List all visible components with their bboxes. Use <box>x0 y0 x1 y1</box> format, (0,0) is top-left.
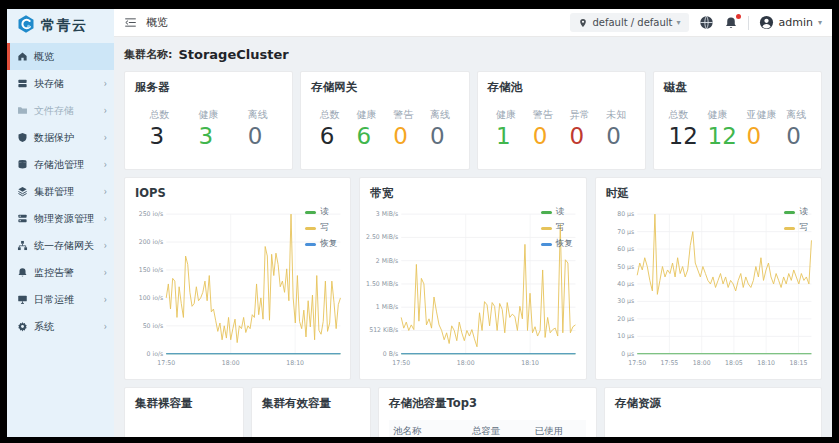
storage-resource-card: 存储资源 <box>604 387 822 437</box>
sidebar-nav: 概览块存储›文件存储›数据保护›存储池管理›集群管理›物理资源管理›统一存储网关… <box>7 43 114 437</box>
stat-value: 12 <box>669 123 698 149</box>
block-icon <box>17 78 28 89</box>
stat-离线: 离线0 <box>786 108 806 149</box>
legend-swatch <box>541 227 552 230</box>
svg-text:18:10: 18:10 <box>286 359 304 366</box>
stat-总数: 总数12 <box>669 108 698 149</box>
legend-item[interactable]: 读 <box>305 206 337 218</box>
stat-label: 亚健康 <box>746 108 776 122</box>
sidebar-item-9[interactable]: 日常运维› <box>7 286 114 313</box>
stat-总数: 总数3 <box>150 108 170 149</box>
stat-健康: 健康3 <box>199 108 219 149</box>
stat-label: 离线 <box>786 108 806 122</box>
stat-value: 0 <box>746 123 776 149</box>
server-icon <box>17 213 28 224</box>
stat-card-2: 存储池健康1警告0异常0未知0 <box>477 71 646 170</box>
stat-card-3: 磁盘总数12健康12亚健康0离线0 <box>653 71 822 170</box>
legend-item[interactable]: 写 <box>541 222 573 234</box>
stat-警告: 警告0 <box>533 108 553 149</box>
sidebar-item-6[interactable]: 物理资源管理› <box>7 205 114 232</box>
svg-text:50 io/s: 50 io/s <box>143 322 164 329</box>
legend-item[interactable]: 读 <box>541 206 573 218</box>
username: admin <box>779 16 813 29</box>
sidebar: 常青云 概览块存储›文件存储›数据保护›存储池管理›集群管理›物理资源管理›统一… <box>7 9 114 437</box>
stat-离线: 离线0 <box>248 108 268 149</box>
stat-cards-row: 服务器总数3健康3离线0存储网关总数6健康6警告0离线0存储池健康1警告0异常0… <box>124 71 822 170</box>
svg-text:0 io/s: 0 io/s <box>147 350 164 357</box>
svg-text:2.50 MiB/s: 2.50 MiB/s <box>366 233 398 240</box>
breadcrumb: 概览 <box>146 15 168 30</box>
stat-label: 总数 <box>669 108 698 122</box>
logo: 常青云 <box>7 9 114 43</box>
sidebar-item-4[interactable]: 存储池管理› <box>7 151 114 178</box>
sidebar-item-label: 概览 <box>34 50 54 64</box>
avatar <box>759 15 774 30</box>
legend-item[interactable]: 写 <box>784 222 808 234</box>
topbar-divider <box>748 16 749 30</box>
stat-value: 0 <box>570 123 590 149</box>
legend-swatch <box>541 243 552 246</box>
user-menu[interactable]: admin ▾ <box>759 15 822 30</box>
sidebar-item-7[interactable]: 统一存储网关› <box>7 232 114 259</box>
charts-row: IOPS读写恢复0 io/s50 io/s100 io/s150 io/s200… <box>124 177 822 380</box>
stat-card-title: 磁盘 <box>664 80 811 95</box>
sidebar-item-label: 集群管理 <box>34 185 74 199</box>
chevron-right-icon: › <box>104 105 107 117</box>
legend-item[interactable]: 恢复 <box>305 238 337 250</box>
stat-label: 健康 <box>496 108 516 122</box>
table-header-cell: 池名称 <box>389 420 468 437</box>
legend-swatch <box>784 211 795 214</box>
pool-capacity-table: 池名称总容量已使用StoragePool43.2 TiB3.20 TiB <box>389 420 586 437</box>
svg-text:17:55: 17:55 <box>660 359 678 366</box>
main-area: 概览 default / default ▾ <box>114 9 832 437</box>
svg-text:3 MiB/s: 3 MiB/s <box>376 210 398 217</box>
layers-icon <box>17 186 28 197</box>
svg-text:30 µs: 30 µs <box>617 297 634 305</box>
stat-card-title: 服务器 <box>135 80 282 95</box>
svg-text:17:50: 17:50 <box>393 359 411 366</box>
topbar-right: default / default ▾ admin ▾ <box>570 13 822 32</box>
stat-离线: 离线0 <box>430 108 450 149</box>
svg-text:40 µs: 40 µs <box>617 280 634 288</box>
sidebar-item-5[interactable]: 集群管理› <box>7 178 114 205</box>
sidebar-item-1[interactable]: 块存储› <box>7 70 114 97</box>
stat-value: 0 <box>533 123 553 149</box>
stat-异常: 异常0 <box>570 108 590 149</box>
stat-label: 未知 <box>606 108 626 122</box>
stat-card-title: 存储池 <box>488 80 635 95</box>
stat-value: 0 <box>786 123 806 149</box>
svg-text:60 µs: 60 µs <box>617 245 634 253</box>
pool-capacity-top3-card: 存储池容量Top3池名称总容量已使用StoragePool43.2 TiB3.2… <box>378 387 597 437</box>
brand-logo-icon <box>16 14 36 38</box>
chevron-right-icon: › <box>104 186 107 198</box>
menu-fold-icon[interactable] <box>124 16 137 29</box>
sidebar-item-0[interactable]: 概览 <box>7 43 114 70</box>
legend-item[interactable]: 读 <box>784 206 808 218</box>
legend-swatch <box>305 243 316 246</box>
legend-label: 读 <box>556 206 565 218</box>
legend-item[interactable]: 写 <box>305 222 337 234</box>
sidebar-item-8[interactable]: 监控告警› <box>7 259 114 286</box>
sidebar-item-3[interactable]: 数据保护› <box>7 124 114 151</box>
shield-icon <box>17 132 28 143</box>
app-frame: 常青云 概览块存储›文件存储›数据保护›存储池管理›集群管理›物理资源管理›统一… <box>7 9 832 437</box>
legend-swatch <box>541 211 552 214</box>
svg-text:18:00: 18:00 <box>222 359 240 366</box>
notification-bell-icon[interactable] <box>724 16 738 30</box>
stat-card-0: 服务器总数3健康3离线0 <box>124 71 293 170</box>
sidebar-item-label: 日常运维 <box>34 293 74 307</box>
stat-label: 总数 <box>150 108 170 122</box>
svg-text:17:50: 17:50 <box>157 359 175 366</box>
svg-text:0 B/s: 0 B/s <box>383 350 398 357</box>
legend-item[interactable]: 恢复 <box>541 238 573 250</box>
folder-icon <box>17 105 28 116</box>
sidebar-item-10[interactable]: 系统› <box>7 313 114 340</box>
svg-text:200 io/s: 200 io/s <box>139 238 163 245</box>
sidebar-item-2[interactable]: 文件存储› <box>7 97 114 124</box>
region-selector[interactable]: default / default ▾ <box>570 13 688 32</box>
stat-value: 6 <box>356 123 376 149</box>
stat-label: 健康 <box>199 108 219 122</box>
globe-icon[interactable] <box>699 15 714 30</box>
cluster-name-value: StorageCluster <box>178 47 288 62</box>
table-header-cell: 总容量 <box>468 420 531 437</box>
